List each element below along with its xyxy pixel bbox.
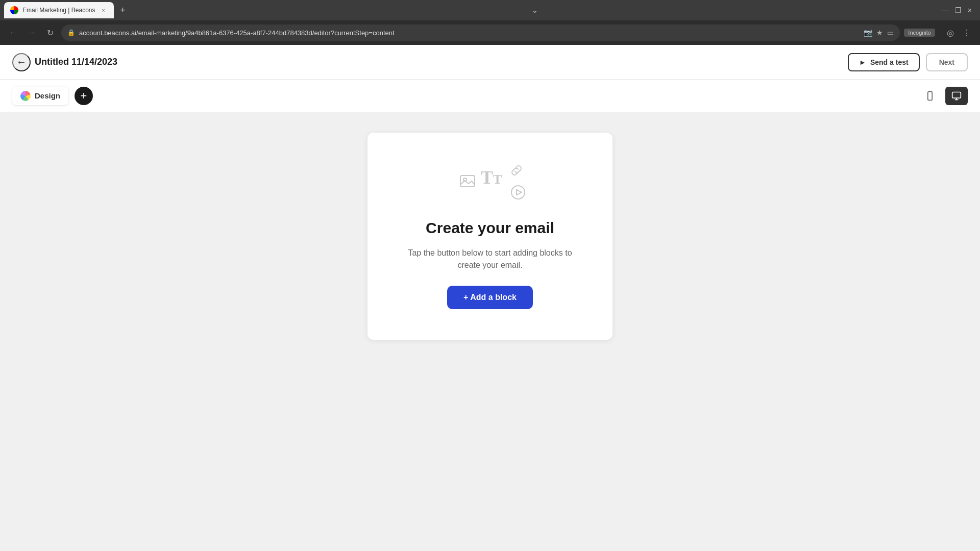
extensions-button[interactable]: ◎: [943, 26, 958, 40]
svg-rect-2: [952, 92, 961, 98]
desktop-view-button[interactable]: [945, 87, 968, 105]
url-text: account.beacons.ai/email-marketing/9a4b8…: [79, 29, 860, 37]
add-content-button[interactable]: +: [75, 87, 93, 105]
svg-rect-5: [460, 176, 475, 187]
browser-chrome: Email Marketing | Beacons × + ⌄ — ❐ × ← …: [0, 0, 980, 45]
cast-icon[interactable]: ▭: [887, 29, 894, 37]
more-menu-button[interactable]: ⋮: [960, 26, 974, 40]
tab-bar: Email Marketing | Beacons × + ⌄ — ❐ ×: [0, 0, 980, 20]
url-action-icons: 📷̸ ★ ▭: [864, 29, 894, 37]
bookmark-star-icon[interactable]: ★: [876, 29, 883, 37]
desktop-icon: [951, 91, 962, 101]
svg-rect-0: [928, 91, 932, 100]
design-button[interactable]: Design: [12, 87, 68, 105]
add-block-button[interactable]: + Add a block: [447, 286, 533, 309]
tab-bar-controls: ⌄: [530, 4, 540, 16]
camera-off-icon[interactable]: 📷̸: [864, 29, 872, 37]
next-button[interactable]: Next: [926, 53, 968, 71]
url-bar[interactable]: 🔒 account.beacons.ai/email-marketing/9a4…: [61, 24, 900, 41]
tab-list-button[interactable]: ⌄: [530, 4, 540, 16]
mobile-view-button[interactable]: [919, 87, 941, 105]
lock-icon: 🔒: [67, 29, 75, 36]
header-actions: ► Send a test Next: [848, 53, 968, 71]
create-email-title: Create your email: [426, 219, 554, 237]
main-content: TT Create your email: [0, 112, 980, 551]
reload-button[interactable]: ↻: [43, 26, 57, 40]
tab-favicon: [10, 6, 18, 14]
svg-marker-8: [517, 190, 522, 195]
create-email-description: Tap the button below to start adding blo…: [408, 247, 572, 271]
back-nav-button[interactable]: ←: [6, 26, 20, 40]
content-icons-cluster: TT: [454, 163, 526, 209]
page-title: Untitled 11/14/2023: [35, 57, 117, 67]
text-block-icon: TT: [481, 168, 502, 187]
email-canvas: TT Create your email: [368, 133, 612, 340]
app-container: ← Untitled 11/14/2023 ► Send a test Next…: [0, 45, 980, 551]
new-tab-button[interactable]: +: [116, 3, 130, 17]
minimize-button[interactable]: —: [940, 4, 951, 16]
browser-toolbar-right: ◎ ⋮: [943, 26, 974, 40]
restore-button[interactable]: ❐: [953, 4, 964, 16]
design-label: Design: [35, 91, 60, 100]
incognito-badge: Incognito: [904, 29, 935, 37]
close-window-button[interactable]: ×: [966, 4, 974, 16]
mobile-icon: [925, 91, 935, 101]
design-color-icon: [20, 91, 31, 101]
next-label: Next: [939, 58, 954, 66]
forward-nav-button[interactable]: →: [24, 26, 39, 40]
link-block-icon: [508, 163, 525, 181]
tab-title: Email Marketing | Beacons: [22, 7, 95, 14]
active-tab[interactable]: Email Marketing | Beacons ×: [4, 2, 114, 18]
app-header: ← Untitled 11/14/2023 ► Send a test Next: [0, 45, 980, 80]
tab-close-button[interactable]: ×: [100, 6, 108, 14]
view-toggle-group: [919, 87, 968, 105]
back-button[interactable]: ←: [12, 53, 31, 71]
plus-icon: +: [81, 90, 87, 102]
send-icon: ►: [859, 58, 866, 66]
back-arrow-icon: ←: [16, 56, 27, 68]
image-block-icon: [459, 173, 478, 194]
svg-point-7: [511, 186, 525, 199]
address-bar: ← → ↻ 🔒 account.beacons.ai/email-marketi…: [0, 20, 980, 45]
editor-toolbar: Design +: [0, 80, 980, 112]
send-test-button[interactable]: ► Send a test: [848, 53, 920, 71]
send-test-label: Send a test: [870, 58, 909, 66]
video-block-icon: [510, 185, 526, 204]
